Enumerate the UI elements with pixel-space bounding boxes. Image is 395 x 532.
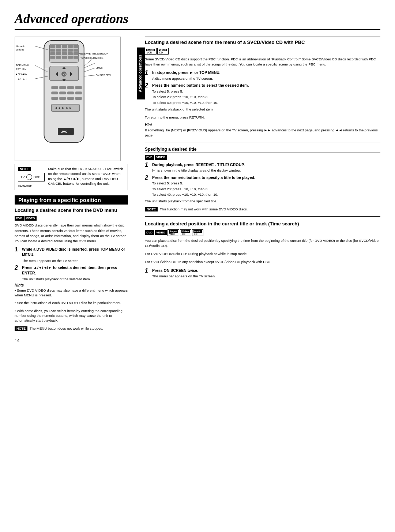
left-column: OK RETURN TOP MENU MENU ON SCREEN TV/VID…: [15, 37, 128, 343]
right-column: Locating a desired scene from the menu o…: [145, 37, 380, 343]
svg-text:MENU: MENU: [95, 67, 103, 70]
time-audio-cd-badge: Audio CD: [192, 229, 204, 236]
svg-line-37: [84, 63, 95, 68]
svcd-heading: Locating a desired scene from the menu o…: [145, 40, 380, 46]
svg-rect-47: [59, 86, 66, 89]
title-step1-sub: [--] is shown in the title display area …: [152, 168, 245, 173]
svg-rect-55: [59, 97, 66, 100]
title-step1-text: During playback, press RESERVE - TITLE/ …: [152, 162, 245, 167]
title-badge-dvd: DVD: [145, 155, 154, 160]
time-badge-video: VIDEO: [155, 230, 167, 235]
hint3: • With some discs, you can select items …: [15, 308, 128, 323]
svcd-body: Some SVCD/Video CD discs support the PBC…: [145, 57, 380, 67]
svg-text:TV/VIDEO-CANCEL: TV/VIDEO-CANCEL: [80, 57, 104, 59]
svg-rect-46: [51, 86, 58, 89]
step1-sub: The menu appears on the TV screen.: [22, 258, 128, 263]
right-section: Advanced operations Locating a desired s…: [137, 37, 380, 343]
step2-dvd: 2 Press ▲/▼/◄/► to select a desired item…: [15, 265, 128, 281]
badge-dvd: DVD: [15, 216, 24, 221]
page-title: Advanced operations: [15, 11, 380, 30]
time-super-vcd-badge: Super VCD: [168, 229, 179, 236]
svg-rect-51: [59, 91, 66, 94]
svg-rect-56: [67, 97, 74, 100]
svg-rect-8: [56, 49, 61, 52]
hint1: • Some DVD VIDEO discs may also have a d…: [15, 288, 128, 298]
svg-rect-57: [75, 97, 82, 100]
sidebar-tab: Advanced operations: [137, 48, 145, 100]
svg-rect-54: [51, 97, 58, 100]
karaoke-label: KARAOKE: [18, 184, 32, 188]
step2-title: 2 Press the numeric buttons to specify a…: [145, 175, 380, 197]
step2-num: 2: [15, 265, 20, 271]
note2-text: The MENU button does not work while stop…: [30, 326, 103, 331]
time-vcd: VCD: [169, 233, 178, 235]
svcd-step2-num: 2: [145, 83, 150, 89]
playing-section-heading: Playing from a specific position: [15, 195, 128, 205]
svcd-hint-text: If something like [NEXT] or [PREVIOUS] a…: [145, 128, 380, 138]
page-number: 14: [15, 338, 128, 343]
time-video: Video: [181, 230, 190, 233]
super-vcd-badge: Super VCD: [145, 48, 157, 55]
title-note-after: The unit starts playback from the specif…: [145, 199, 380, 204]
svg-rect-53: [75, 91, 82, 94]
time-audio: Audio: [193, 230, 202, 233]
step1-num: 1: [15, 247, 20, 252]
vcd-badge-text: VCD: [146, 51, 155, 54]
time-body2-dvd: For DVD VIDEO/Audio CD: During playback …: [145, 251, 380, 256]
svcd-step2-sub1: To select 5: press 5.: [152, 89, 249, 94]
step1-time: 1 Press ON SCREEN twice. The menu bar ap…: [145, 268, 380, 279]
svg-text:TOP MENU: TOP MENU: [16, 64, 29, 67]
svg-rect-21: [74, 56, 79, 59]
remote-illustration: OK RETURN TOP MENU MENU ON SCREEN TV/VID…: [15, 37, 121, 161]
svg-rect-52: [67, 91, 74, 94]
title-step1-num: 1: [145, 162, 150, 168]
svg-rect-7: [50, 49, 55, 52]
step2-text: Press ▲/▼/◄/► to select a desired item, …: [22, 265, 117, 275]
svg-rect-5: [68, 45, 73, 48]
title-badge-video: VIDEO: [155, 155, 167, 160]
svcd-section: Locating a desired scene from the menu o…: [145, 37, 380, 138]
svg-text:OK: OK: [63, 73, 67, 76]
svcd-step1-sub: A disc menu appears on the TV screen.: [152, 76, 221, 81]
svg-line-35: [84, 75, 95, 76]
title-badge-row: DVD VIDEO: [145, 155, 380, 160]
svcd-badge-row: Super VCD Video CD: [145, 48, 380, 55]
svg-rect-20: [68, 56, 73, 59]
svg-rect-50: [51, 91, 58, 94]
title-step2-sub2: To select 23: press +10, +10, then 3.: [152, 187, 255, 191]
badge-video: VIDEO: [25, 216, 37, 221]
step1-dvd: 1 While a DVD VIDEO disc is inserted, pr…: [15, 247, 128, 263]
svg-text:ENTER: ENTER: [18, 78, 27, 80]
divider1: [145, 142, 380, 142]
time-super: Super: [169, 230, 178, 233]
svg-rect-19: [62, 56, 67, 59]
step1-title: 1 During playback, press RESERVE - TITLE…: [145, 162, 380, 173]
divider2: [145, 216, 380, 217]
svg-text:ON SCREEN: ON SCREEN: [95, 74, 110, 76]
title-note-label: NOTE: [145, 207, 158, 211]
svg-line-33: [84, 68, 95, 72]
note-label: NOTE: [18, 167, 31, 171]
svg-rect-16: [74, 52, 79, 55]
svg-rect-6: [74, 45, 79, 48]
time-cd: CD: [181, 233, 190, 235]
dvd-badge-row: DVD VIDEO: [15, 216, 128, 221]
title-step2-text: Press the numeric buttons to specify a t…: [152, 175, 255, 180]
step2-svcd: 2 Press the numeric buttons to select th…: [145, 83, 380, 105]
svcd-step2-sub3: To select 40: press +10, +10, +10, then …: [152, 100, 249, 105]
time-badge-dvd: DVD: [145, 230, 154, 235]
time-video-cd-badge: Video CD: [180, 229, 191, 236]
svg-rect-13: [56, 52, 61, 55]
time-audio-cd: CD: [193, 233, 202, 235]
super-badge: Super: [146, 49, 155, 51]
svcd-return-note: To return to the menu, press RETURN.: [145, 115, 380, 120]
dvd-label: DVD: [34, 175, 41, 179]
note-top-text: Make sure that the TV - KARAOKE - DVD sw…: [48, 166, 125, 186]
dvd-circle: [26, 174, 32, 180]
time-section-heading: Locating a desired position in the curre…: [145, 221, 380, 227]
svg-rect-9: [62, 49, 67, 52]
step1-text: While a DVD VIDEO disc is inserted, pres…: [22, 247, 125, 257]
svcd-step1-text: In stop mode, press ► or TOP MENU.: [152, 70, 221, 75]
time-step1-text: Press ON SCREEN twice.: [152, 268, 198, 273]
svg-rect-12: [50, 52, 55, 55]
